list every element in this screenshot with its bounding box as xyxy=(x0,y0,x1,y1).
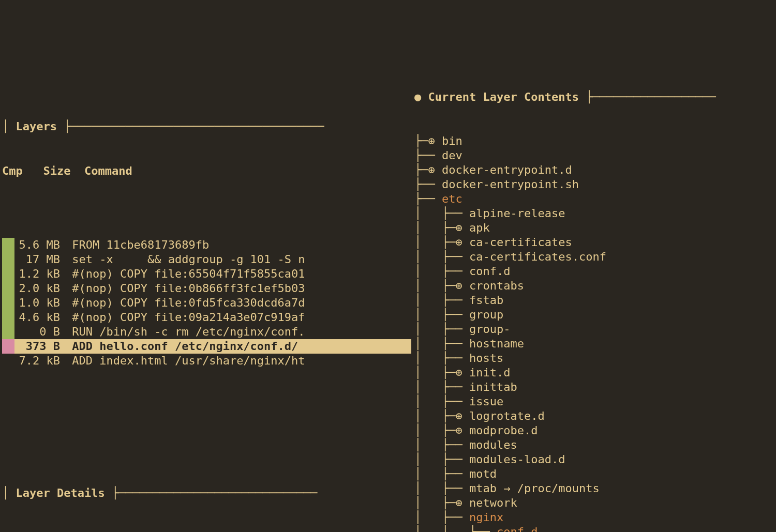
tree-row[interactable]: ├─⊕ docker-entrypoint.d xyxy=(414,163,776,177)
layer-command: #(nop) COPY file:0fd5fca330dcd6a7d xyxy=(65,296,411,310)
tree-row[interactable]: │ ├── inittab xyxy=(414,380,776,394)
tree-row[interactable]: │ ├── conf.d xyxy=(414,264,776,279)
tree-row[interactable]: │ ├── fstab xyxy=(414,293,776,308)
tree-row[interactable]: │ ├── modules-load.d xyxy=(414,452,776,467)
layer-command: #(nop) COPY file:09a214a3e07c919af xyxy=(65,310,411,325)
layer-size: 1.0 kB xyxy=(14,296,65,310)
tree-row[interactable]: ├─⊕ bin xyxy=(414,134,776,148)
layer-command: #(nop) COPY file:65504f71f5855ca01 xyxy=(65,267,411,281)
tree-row[interactable]: │ ├── issue xyxy=(414,394,776,409)
tree-prefix: ├── xyxy=(414,148,442,163)
tree-node-name: hosts xyxy=(469,351,503,366)
tree-prefix: ├─⊕ xyxy=(414,134,442,148)
cmp-indicator xyxy=(2,281,14,296)
tree-prefix: │ ├── xyxy=(414,351,469,366)
tree-row[interactable]: │ ├─⊕ crontabs xyxy=(414,279,776,293)
tree-row[interactable]: │ ├── hostname xyxy=(414,337,776,351)
tree-row[interactable]: │ │ ├── conf.d xyxy=(414,525,776,532)
contents-title: ● Current Layer Contents ├──────────────… xyxy=(414,90,776,105)
layer-size: 4.6 kB xyxy=(14,310,65,325)
tree-prefix: │ ├─⊕ xyxy=(414,235,469,250)
cmp-indicator xyxy=(2,267,14,281)
tree-prefix: ├── xyxy=(414,177,442,192)
tree-prefix: │ │ ├── xyxy=(414,525,497,532)
tree-row[interactable]: │ ├─⊕ modprobe.d xyxy=(414,423,776,438)
tree-prefix: │ ├── xyxy=(414,337,469,351)
tree-row[interactable]: │ ├── hosts xyxy=(414,351,776,366)
tree-row[interactable]: │ ├── modules xyxy=(414,438,776,452)
tree-row[interactable]: │ ├─⊕ logrotate.d xyxy=(414,409,776,423)
tree-row[interactable]: │ ├─⊕ network xyxy=(414,496,776,510)
layer-row[interactable]: 1.2 kB #(nop) COPY file:65504f71f5855ca0… xyxy=(2,267,411,281)
layer-row[interactable]: 2.0 kB #(nop) COPY file:0b866ff3fc1ef5b0… xyxy=(2,281,411,296)
layer-size: 0 B xyxy=(14,325,65,339)
tree-node-name: conf.d xyxy=(497,525,538,532)
layers-list[interactable]: 5.6 MB FROM 11cbe68173689fb 17 MB set -x… xyxy=(2,238,411,368)
tree-node-name: conf.d xyxy=(469,264,510,279)
tree-row[interactable]: │ ├── group- xyxy=(414,322,776,337)
tree-node-name: nginx xyxy=(469,510,503,525)
tree-row[interactable]: │ ├── motd xyxy=(414,467,776,481)
layer-size: 373 B xyxy=(14,339,65,354)
tree-row[interactable]: │ ├─⊕ apk xyxy=(414,221,776,235)
tree-node-name: bin xyxy=(442,134,462,148)
main-panels: │ Layers ├──────────────────────────────… xyxy=(0,60,776,532)
tree-prefix: │ ├─⊕ xyxy=(414,409,469,423)
tree-node-name: etc xyxy=(442,192,462,206)
tree-row[interactable]: ├── dev xyxy=(414,148,776,163)
layer-row[interactable]: 4.6 kB #(nop) COPY file:09a214a3e07c919a… xyxy=(2,310,411,325)
tree-row[interactable]: │ ├── group xyxy=(414,308,776,322)
tree-node-name: init.d xyxy=(469,366,510,380)
tree-prefix: │ ├── xyxy=(414,481,469,496)
layer-command: set -x && addgroup -g 101 -S n xyxy=(65,252,411,267)
tree-node-name: ca-certificates.conf xyxy=(469,250,606,264)
tree-node-name: modules-load.d xyxy=(469,452,565,467)
layers-columns: Cmp Size Command xyxy=(2,164,411,179)
tree-node-name: issue xyxy=(469,394,503,409)
tree-prefix: │ ├── xyxy=(414,394,469,409)
tree-prefix: │ ├─⊕ xyxy=(414,496,469,510)
tree-prefix: │ ├── xyxy=(414,322,469,337)
tree-row[interactable]: │ ├── nginx xyxy=(414,510,776,525)
tree-prefix: │ ├── xyxy=(414,264,469,279)
tree-prefix: │ ├─⊕ xyxy=(414,279,469,293)
tree-node-name: docker-entrypoint.d xyxy=(442,163,572,177)
layer-row[interactable]: 1.0 kB #(nop) COPY file:0fd5fca330dcd6a7… xyxy=(2,296,411,310)
left-column: │ Layers ├──────────────────────────────… xyxy=(0,60,411,532)
layer-row[interactable]: 5.6 MB FROM 11cbe68173689fb xyxy=(2,238,411,252)
layer-row[interactable]: 373 B ADD hello.conf /etc/nginx/conf.d/ xyxy=(2,339,411,354)
spacer1 xyxy=(2,412,411,427)
tree-row[interactable]: │ ├── ca-certificates.conf xyxy=(414,250,776,264)
tree-prefix: │ ├── xyxy=(414,293,469,308)
tree-node-name: crontabs xyxy=(469,279,524,293)
layer-size: 1.2 kB xyxy=(14,267,65,281)
tree-node-name: inittab xyxy=(469,380,517,394)
layer-command: RUN /bin/sh -c rm /etc/nginx/conf. xyxy=(65,325,411,339)
tree-row[interactable]: │ ├── alpine-release xyxy=(414,206,776,221)
tree-node-name: hostname xyxy=(469,337,524,351)
tree-row[interactable]: │ ├── mtab → /proc/mounts xyxy=(414,481,776,496)
tree-node-name: motd xyxy=(469,467,497,481)
tree-row[interactable]: ├── etc xyxy=(414,192,776,206)
layer-size: 17 MB xyxy=(14,252,65,267)
tree-row[interactable]: │ ├─⊕ init.d xyxy=(414,366,776,380)
tree-prefix: │ ├── xyxy=(414,438,469,452)
layer-row[interactable]: 17 MB set -x && addgroup -g 101 -S n xyxy=(2,252,411,267)
layer-size: 5.6 MB xyxy=(14,238,65,252)
tree-row[interactable]: ├── docker-entrypoint.sh xyxy=(414,177,776,192)
layer-details-title: │ Layer Details ├───────────────────────… xyxy=(2,486,411,501)
cmp-indicator xyxy=(2,238,14,252)
cmp-indicator xyxy=(2,296,14,310)
layer-command: ADD hello.conf /etc/nginx/conf.d/ xyxy=(65,339,411,354)
tree-row[interactable]: │ ├─⊕ ca-certificates xyxy=(414,235,776,250)
tree-node-name: apk xyxy=(469,221,490,235)
tree-node-name: docker-entrypoint.sh xyxy=(442,177,579,192)
layer-row[interactable]: 7.2 kB ADD index.html /usr/share/nginx/h… xyxy=(2,354,411,368)
tree-node-name: group- xyxy=(469,322,510,337)
layer-row[interactable]: 0 B RUN /bin/sh -c rm /etc/nginx/conf. xyxy=(2,325,411,339)
cmp-indicator xyxy=(2,325,14,339)
file-tree[interactable]: ├─⊕ bin├── dev├─⊕ docker-entrypoint.d├──… xyxy=(414,134,776,532)
tree-prefix: │ ├── xyxy=(414,380,469,394)
tree-prefix: │ ├── xyxy=(414,250,469,264)
layers-title: │ Layers ├──────────────────────────────… xyxy=(2,119,411,134)
